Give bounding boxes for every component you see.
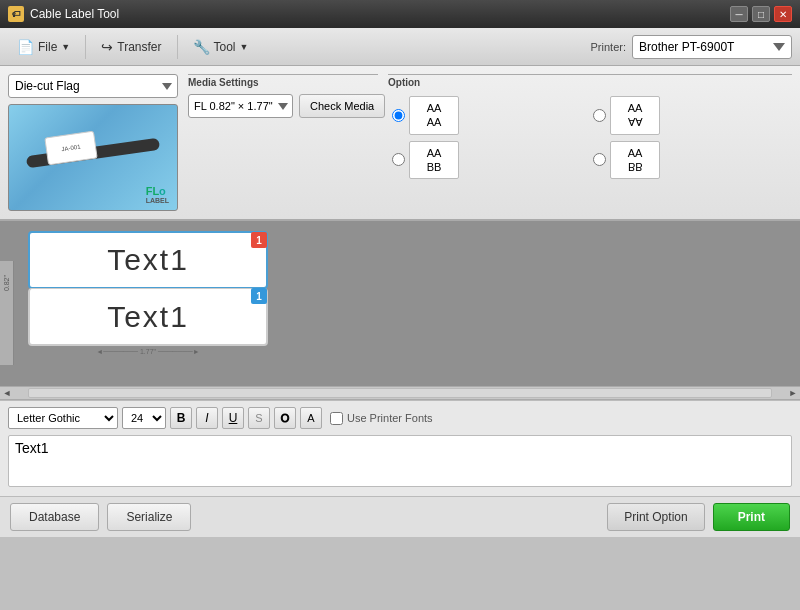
bold-button[interactable]: B	[170, 407, 192, 429]
flo-logo: FLo LABEL	[146, 185, 169, 204]
text-input[interactable]: Text1	[8, 435, 792, 487]
printer-area: Printer: Brother PT-6900T	[591, 35, 792, 59]
use-printer-fonts-text: Use Printer Fonts	[347, 412, 433, 424]
bottom-left-buttons: Database Serialize	[10, 503, 191, 531]
main-toolbar: 📄 File ▼ ↪ Transfer 🔧 Tool ▼ Printer: Br…	[0, 28, 800, 66]
media-size-select[interactable]: FL 0.82" × 1.77" FL 1.00" × 2.00"	[188, 94, 293, 118]
window-title: Cable Label Tool	[30, 7, 730, 21]
label-card-2[interactable]: Text1 1	[28, 288, 268, 346]
print-button[interactable]: Print	[713, 503, 790, 531]
option-item-3[interactable]: AA BB	[392, 141, 587, 180]
text-edit-area: Letter Gothic Arial Helvetica 24 8101214…	[0, 400, 800, 496]
use-printer-fonts-checkbox[interactable]	[330, 412, 343, 425]
label-container: Text1 1 Text1 1 ◄─────── 1.77" ───────►	[28, 231, 790, 355]
label-badge-1: 1	[251, 232, 267, 248]
horizontal-scrollbar[interactable]: ◄ ►	[0, 386, 800, 400]
underline-button[interactable]: U	[222, 407, 244, 429]
option-box-3[interactable]: AA BB	[409, 141, 459, 180]
print-option-button[interactable]: Print Option	[607, 503, 704, 531]
option-box-2[interactable]: AA AA	[610, 96, 660, 135]
option-line1-4: AA	[619, 146, 651, 160]
option-box-1[interactable]: AA AA	[409, 96, 459, 135]
transfer-label: Transfer	[117, 40, 161, 54]
canvas-area[interactable]: 0.82" Text1 1 Text1 1 ◄─────── 1.77" ───…	[0, 221, 800, 386]
printer-label: Printer:	[591, 41, 626, 53]
option-radio-4[interactable]	[593, 153, 606, 166]
die-cut-section: Die-cut Flag Standard Label Heat Shrink …	[8, 74, 178, 211]
window-controls: ─ □ ✕	[730, 6, 792, 22]
app-icon: 🏷	[8, 6, 24, 22]
option-line1-2: AA	[619, 101, 651, 115]
other-format-button[interactable]: A	[300, 407, 322, 429]
label-preview: JA-001 FLo LABEL	[8, 104, 178, 211]
option-label: Option	[388, 74, 792, 88]
tool-chevron-icon: ▼	[240, 42, 249, 52]
canvas-inner: 0.82" Text1 1 Text1 1 ◄─────── 1.77" ───…	[0, 221, 800, 365]
font-toolbar: Letter Gothic Arial Helvetica 24 8101214…	[8, 407, 792, 429]
main-content: Die-cut Flag Standard Label Heat Shrink …	[0, 66, 800, 610]
ruler-side-text: 0.82"	[3, 275, 10, 291]
media-settings-section: Media Settings FL 0.82" × 1.77" FL 1.00"…	[188, 74, 378, 211]
bottom-bar: Database Serialize Print Option Print	[0, 496, 800, 537]
media-settings-label: Media Settings	[188, 74, 378, 88]
tool-icon: 🔧	[193, 39, 210, 55]
file-menu-button[interactable]: 📄 File ▼	[8, 34, 79, 60]
use-printer-fonts-label[interactable]: Use Printer Fonts	[330, 412, 433, 425]
media-row: FL 0.82" × 1.77" FL 1.00" × 2.00" Check …	[188, 94, 378, 118]
scroll-left-button[interactable]: ◄	[0, 387, 14, 399]
scroll-right-button[interactable]: ►	[786, 387, 800, 399]
option-item-1[interactable]: AA AA	[392, 96, 587, 135]
transfer-icon: ↪	[101, 39, 113, 55]
file-menu-label: File	[38, 40, 57, 54]
outline-button[interactable]: O	[274, 407, 296, 429]
maximize-button[interactable]: □	[752, 6, 770, 22]
shadow-button[interactable]: S	[248, 407, 270, 429]
label-text-1: Text1	[107, 243, 189, 277]
option-line2-4: BB	[628, 160, 643, 174]
close-button[interactable]: ✕	[774, 6, 792, 22]
top-panel: Die-cut Flag Standard Label Heat Shrink …	[0, 66, 800, 221]
italic-button[interactable]: I	[196, 407, 218, 429]
ruler-side: 0.82"	[0, 261, 14, 365]
option-line2-2: AA	[628, 115, 643, 129]
serialize-button[interactable]: Serialize	[107, 503, 191, 531]
option-grid: AA AA AA AA AA BB	[388, 92, 792, 183]
tool-label: Tool	[214, 40, 236, 54]
option-box-4[interactable]: AA BB	[610, 141, 660, 180]
option-radio-2[interactable]	[593, 109, 606, 122]
bottom-right-buttons: Print Option Print	[607, 503, 790, 531]
label-card-1[interactable]: Text1 1	[28, 231, 268, 289]
scroll-track[interactable]	[28, 388, 772, 398]
check-media-button[interactable]: Check Media	[299, 94, 385, 118]
font-name-select[interactable]: Letter Gothic Arial Helvetica	[8, 407, 118, 429]
option-item-2[interactable]: AA AA	[593, 96, 788, 135]
option-section: Option AA AA AA AA	[388, 74, 792, 211]
tool-menu-button[interactable]: 🔧 Tool ▼	[184, 34, 258, 60]
minimize-button[interactable]: ─	[730, 6, 748, 22]
title-bar: 🏷 Cable Label Tool ─ □ ✕	[0, 0, 800, 28]
transfer-button[interactable]: ↪ Transfer	[92, 34, 170, 60]
label-text-2: Text1	[107, 300, 189, 334]
file-icon: 📄	[17, 39, 34, 55]
printer-select[interactable]: Brother PT-6900T	[632, 35, 792, 59]
option-line2-1: AA	[418, 115, 450, 129]
label-tag-preview: JA-001	[44, 131, 97, 166]
toolbar-separator-1	[85, 35, 86, 59]
option-line1-3: AA	[418, 146, 450, 160]
file-chevron-icon: ▼	[61, 42, 70, 52]
toolbar-separator-2	[177, 35, 178, 59]
ruler-bottom-text: ◄─────── 1.77" ───────►	[28, 348, 268, 355]
option-line1-1: AA	[418, 101, 450, 115]
option-item-4[interactable]: AA BB	[593, 141, 788, 180]
option-radio-1[interactable]	[392, 109, 405, 122]
text-input-container: Text1	[8, 435, 792, 490]
database-button[interactable]: Database	[10, 503, 99, 531]
label-badge-2: 1	[251, 288, 267, 304]
option-radio-3[interactable]	[392, 153, 405, 166]
die-cut-select[interactable]: Die-cut Flag Standard Label Heat Shrink	[8, 74, 178, 98]
font-size-select[interactable]: 24 8101214 161820 283236	[122, 407, 166, 429]
option-line2-3: BB	[418, 160, 450, 174]
